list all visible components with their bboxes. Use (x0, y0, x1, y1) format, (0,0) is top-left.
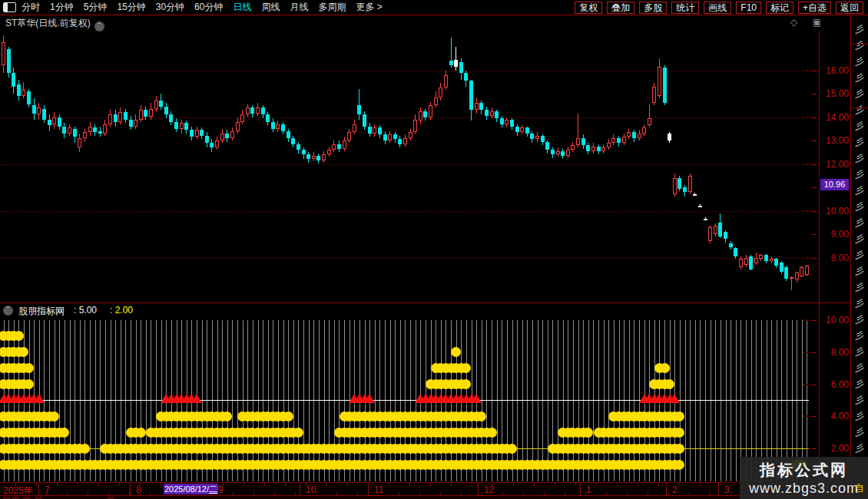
yellow-dot-marker (664, 379, 674, 389)
candle (58, 117, 61, 127)
candle (205, 136, 209, 143)
toolbar-button-叠加[interactable]: 叠加 (607, 2, 634, 14)
minor-tick (336, 492, 337, 495)
minor-tick (316, 492, 316, 495)
minor-tick (357, 492, 358, 495)
candle (180, 123, 184, 129)
minor-tick (627, 492, 628, 495)
price-gridline (0, 211, 819, 212)
window-layout-icon[interactable] (3, 2, 16, 12)
right-sidebar[interactable]: 彡彡彡彡彡彡彡彡彡彡彡彡彡彡彡彡彡彡彡彡彡彡彡彡彡彡彡 (850, 15, 868, 499)
candle (154, 101, 158, 109)
minor-tick (679, 483, 680, 486)
candle (495, 111, 499, 118)
toolbar-button-画线[interactable]: 画线 (704, 2, 731, 14)
candle (337, 144, 341, 149)
price-label: 14.00 (819, 112, 849, 123)
period-tab-30分钟[interactable]: 30分钟 (156, 0, 184, 15)
month-label-7: 7 (45, 484, 50, 495)
period-tab-月线[interactable]: 月线 (290, 0, 308, 15)
minor-tick (502, 492, 503, 495)
candle (500, 118, 504, 124)
candle (332, 144, 336, 150)
axis-tick (812, 234, 817, 235)
sidebar-bottom-label[interactable]: 自 (854, 481, 864, 495)
candle-wick (359, 89, 359, 120)
candle (210, 143, 214, 147)
sidebar-divider (851, 107, 868, 108)
minor-tick (710, 492, 711, 495)
period-tab-5分钟[interactable]: 5分钟 (84, 0, 108, 15)
period-tab-分时[interactable]: 分时 (22, 0, 40, 15)
period-tab-多周期[interactable]: 多周期 (318, 0, 346, 15)
candle (561, 151, 565, 156)
month-tick (580, 483, 581, 495)
toolbar-button-返回[interactable]: 返回 (836, 2, 863, 14)
candle (73, 129, 77, 137)
axis-dots (803, 415, 811, 417)
yellow-dot-marker (49, 411, 59, 421)
yellow-dot-marker (18, 347, 28, 357)
minor-tick (472, 483, 472, 486)
sidebar-glyph: 彡 (855, 394, 868, 407)
indicator-label: 6.00 (819, 379, 849, 390)
watermark-url: www.zbgs3.com (740, 481, 868, 497)
toolbar-button-+自选[interactable]: +自选 (798, 2, 831, 14)
candle (256, 107, 260, 114)
indicator-name[interactable]: 股朋指标网 (18, 305, 65, 318)
minor-tick (658, 483, 659, 486)
minor-tick (409, 483, 410, 486)
candlestick-plot[interactable] (0, 31, 819, 302)
sidebar-glyph: 彡 (855, 426, 868, 439)
indicator-plot[interactable] (0, 319, 819, 482)
period-tab-1分钟[interactable]: 1分钟 (50, 0, 74, 15)
axis-tick (812, 385, 817, 385)
candle (714, 226, 717, 234)
candle (708, 227, 712, 241)
candle (693, 194, 697, 196)
candle (403, 138, 407, 144)
sidebar-glyph: 彡 (855, 200, 868, 213)
sidebar-glyph: 彡 (855, 313, 868, 326)
candle (240, 114, 244, 121)
candle (535, 136, 539, 140)
chevron-down-icon[interactable]: ˇ (3, 306, 13, 316)
stock-title[interactable]: ST萃华(日线.前复权)ˇ (5, 17, 104, 31)
candle (215, 140, 219, 147)
toolbar-button-F10[interactable]: F10 (736, 2, 761, 14)
period-tab-周线[interactable]: 周线 (261, 0, 280, 15)
candle (78, 138, 81, 147)
minor-tick (668, 492, 669, 495)
candle (434, 97, 438, 106)
indicator-label: 4.00 (819, 411, 849, 421)
minor-tick (544, 492, 545, 495)
candle (800, 267, 803, 276)
month-label-9: 9 (218, 484, 224, 495)
candle (520, 127, 524, 132)
candle (784, 267, 788, 279)
toolbar-button-标记[interactable]: 标记 (766, 2, 793, 14)
period-tab-15分钟[interactable]: 15分钟 (117, 0, 145, 15)
period-tab-日线[interactable]: 日线 (233, 0, 251, 15)
sidebar-glyph: 彡 (855, 378, 868, 391)
minor-tick (575, 483, 576, 486)
toolbar-button-统计[interactable]: 统计 (671, 2, 699, 14)
period-tab-更多 >[interactable]: 更多 > (356, 0, 382, 15)
candle (12, 73, 15, 87)
minor-tick (606, 492, 607, 495)
chart-title-row: ST萃华(日线.前复权)ˇ ◇ ▣ (0, 15, 849, 30)
minor-tick (419, 492, 420, 495)
red-triangle-marker (471, 394, 482, 403)
candle (611, 138, 615, 143)
title-right-icons[interactable]: ◇ ▣ (790, 17, 827, 28)
toolbar-button-复权[interactable]: 复权 (575, 2, 602, 14)
toolbar-button-多股[interactable]: 多股 (639, 2, 667, 14)
candle (52, 117, 56, 124)
price-label: 13.00 (819, 135, 849, 146)
candle (638, 134, 641, 138)
period-tab-60分钟[interactable]: 60分钟 (194, 0, 223, 15)
candle (327, 150, 331, 154)
candle (485, 110, 489, 116)
yellow-dot-marker (283, 411, 293, 421)
month-label-2: 2 (672, 484, 678, 495)
